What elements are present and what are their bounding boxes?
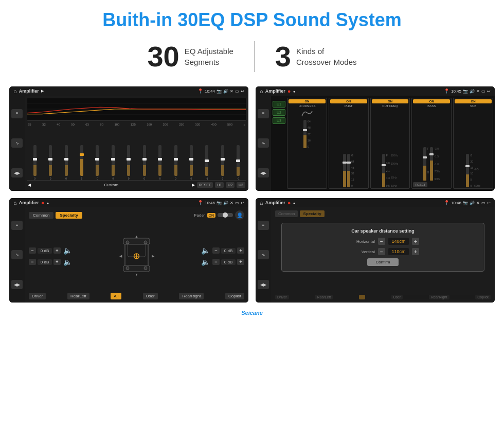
horizontal-plus-btn[interactable]: + <box>412 238 419 245</box>
cx-phat-slider-l[interactable] <box>343 154 346 187</box>
eq-slider-track[interactable] <box>158 145 161 176</box>
eq-slider-track[interactable] <box>127 145 130 176</box>
sidebar-btn-volume[interactable]: ◀▶ <box>11 168 23 177</box>
copilot-btn[interactable]: Copilot <box>225 293 244 299</box>
spk-fr-minus[interactable]: − <box>212 247 220 254</box>
sidebar-btn-4-eq[interactable]: ≡ <box>258 221 269 230</box>
rearright-btn[interactable]: RearRight <box>179 293 204 299</box>
eq-slider-track[interactable] <box>237 145 240 176</box>
cx-u3-btn[interactable]: U3 <box>273 117 285 124</box>
rearleft-btn[interactable]: RearLeft <box>67 293 89 299</box>
eq-u2-btn[interactable]: U2 <box>226 182 235 188</box>
sidebar-btn-4-wave[interactable]: ∿ <box>258 250 269 259</box>
close-icon-4[interactable]: ✕ <box>476 201 480 205</box>
window-icon-2[interactable]: ▭ <box>481 89 485 94</box>
eq-slider-track[interactable] <box>80 145 83 176</box>
volume-icon-1: 🔊 <box>223 89 228 94</box>
eq-slider-track[interactable] <box>190 145 193 176</box>
eq-slider-track[interactable] <box>143 145 146 176</box>
window-icon-4[interactable]: ▭ <box>481 201 485 205</box>
cx-reset-btn[interactable]: RESET <box>413 182 427 187</box>
sidebar-btn-wave[interactable]: ∿ <box>11 138 23 148</box>
bg-btn-row: Driver RearLeft User RearRight Copilot <box>275 295 491 299</box>
cx-u1-btn[interactable]: U1 <box>273 101 285 108</box>
cx-sub-slider[interactable] <box>466 154 469 187</box>
eq-prev-btn[interactable]: ◀ <box>28 183 31 187</box>
camera-icon-2: 📷 <box>463 89 468 94</box>
back-icon-1[interactable]: ↩ <box>241 89 244 94</box>
eq-slider-track[interactable] <box>65 145 68 176</box>
user-btn[interactable]: User <box>143 293 158 299</box>
spk-tab-common[interactable]: Common <box>29 212 53 219</box>
eq-u3-btn[interactable]: U3 <box>237 182 245 188</box>
cx-sub-on[interactable]: ON <box>455 99 492 103</box>
vertical-value: 110cm <box>388 248 409 255</box>
home-icon-1[interactable]: ⌂ <box>13 88 17 94</box>
sidebar-btn-3-eq[interactable]: ≡ <box>11 221 23 230</box>
fader-slider[interactable] <box>218 213 233 217</box>
spk-rr-plus[interactable]: + <box>237 259 244 265</box>
spk-rr-minus[interactable]: − <box>212 259 220 265</box>
eq-next-btn[interactable]: ▶ <box>192 183 195 187</box>
vertical-plus-btn[interactable]: + <box>412 248 419 255</box>
cx-bass-slider-l[interactable] <box>423 147 426 181</box>
home-icon-3[interactable]: ⌂ <box>13 200 17 206</box>
sidebar-btn-2-wave[interactable]: ∿ <box>258 138 269 148</box>
close-icon-1[interactable]: ✕ <box>230 89 233 94</box>
eq-stat: 30 EQ Adjustable Segments <box>127 42 254 71</box>
eq-slider-track[interactable] <box>174 145 177 176</box>
eq-slider-track[interactable] <box>221 145 224 176</box>
sidebar-btn-2-eq[interactable]: ≡ <box>258 109 269 118</box>
home-icon-4[interactable]: ⌂ <box>260 200 263 206</box>
eq-slider-track[interactable] <box>96 145 99 176</box>
eq-u1-btn[interactable]: U1 <box>215 182 224 188</box>
back-icon-2[interactable]: ↩ <box>487 89 491 94</box>
eq-slider-track[interactable] <box>49 145 52 176</box>
cx-u2-btn[interactable]: U2 <box>273 109 285 116</box>
close-icon-2[interactable]: ✕ <box>476 89 480 94</box>
spk-rl-plus[interactable]: + <box>53 259 61 265</box>
horizontal-minus-btn[interactable]: − <box>378 238 385 245</box>
driver-btn[interactable]: Driver <box>29 293 46 299</box>
window-icon-1[interactable]: ▭ <box>235 89 239 94</box>
car-diagram-svg: ▲ ▼ ◀ ▶ <box>117 233 156 279</box>
back-icon-3[interactable]: ↩ <box>241 201 244 205</box>
cx-slider-left[interactable] <box>303 120 307 148</box>
sidebar-btn-equalizer[interactable]: ≡ <box>11 109 23 118</box>
sidebar-btn-2-vol[interactable]: ◀▶ <box>258 168 269 177</box>
vertical-minus-btn[interactable]: − <box>378 248 385 255</box>
sidebar-btn-4-vol[interactable]: ◀▶ <box>258 280 269 289</box>
spk-rl-minus[interactable]: − <box>29 259 36 265</box>
fader-on[interactable]: ON <box>207 213 216 218</box>
eq-slider-track[interactable] <box>112 145 115 176</box>
cx-loudness-on[interactable]: ON <box>289 99 326 103</box>
window-icon-3[interactable]: ▭ <box>235 201 239 205</box>
home-icon-2[interactable]: ⌂ <box>260 88 263 94</box>
screen3-content: ≡ ∿ ◀▶ Common Specialty Fader ON 👤 <box>9 207 248 303</box>
spk-tab-specialty[interactable]: Specialty <box>56 212 82 219</box>
spk-fr-plus[interactable]: + <box>237 247 244 254</box>
cx-phat-panel: ON PHAT G 64 <box>329 98 369 189</box>
eq-slider-track[interactable] <box>205 145 208 176</box>
cx-phat-on[interactable]: ON <box>330 99 367 103</box>
cx-cutfreq-slider[interactable] <box>382 154 385 187</box>
sidebar-btn-3-wave[interactable]: ∿ <box>11 250 23 259</box>
spk-fl-minus[interactable]: − <box>29 247 36 254</box>
sidebar-btn-3-vol[interactable]: ◀▶ <box>11 280 23 289</box>
spk-fl-plus[interactable]: + <box>53 247 61 254</box>
close-icon-3[interactable]: ✕ <box>230 201 233 205</box>
eq-slider-track[interactable] <box>33 145 37 176</box>
screen2-content: ≡ ∿ ◀▶ U1 U2 U3 ON LOUDNESS <box>256 96 495 191</box>
bg-rearleft-btn: RearLeft <box>315 295 333 299</box>
cx-bass-slider-r[interactable] <box>430 147 433 181</box>
svg-point-14 <box>144 267 147 270</box>
cx-phat-slider-r[interactable] <box>347 154 350 187</box>
confirm-btn[interactable]: Confirm <box>367 258 398 266</box>
eq-reset-btn[interactable]: RESET <box>197 182 213 188</box>
back-icon-4[interactable]: ↩ <box>487 201 491 205</box>
spk-tab-row: Common Specialty Fader ON 👤 <box>29 210 244 220</box>
screen-speaker: ⌂ Amplifier ⏺ ● 📍 10:46 📷 🔊 ✕ ▭ ↩ ≡ ∿ ◀▶ <box>9 198 248 303</box>
cx-bass-on[interactable]: ON <box>413 99 450 103</box>
cx-cutfreq-on[interactable]: ON <box>372 99 409 103</box>
all-btn[interactable]: All <box>111 293 121 299</box>
